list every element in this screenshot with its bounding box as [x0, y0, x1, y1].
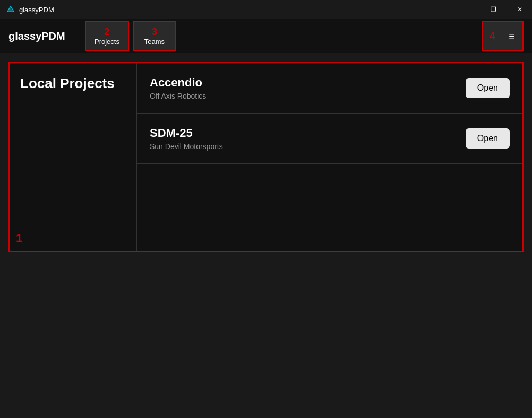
app-title: glassyPDM — [8, 30, 72, 42]
panel-number-label: 1 — [16, 231, 22, 245]
project-info-accendio: Accendio Off Axis Robotics — [150, 76, 206, 100]
project-item-accendio[interactable]: Accendio Off Axis Robotics Open — [137, 63, 522, 114]
project-item-sdm25[interactable]: SDM-25 Sun Devil Motorsports Open — [137, 114, 522, 164]
title-bar: glassyPDM — ❐ ✕ — [0, 0, 532, 19]
teams-nav-label: Teams — [144, 38, 165, 46]
teams-nav-button[interactable]: 3 Teams — [133, 21, 176, 51]
open-button-sdm25[interactable]: Open — [466, 128, 510, 149]
menu-area: 4 ≡ — [482, 21, 524, 51]
content-panel: Local Projects Accendio Off Axis Robotic… — [8, 62, 524, 252]
sidebar-title: Local Projects — [20, 75, 115, 91]
nav-bar: glassyPDM 2 Projects 3 Teams 4 ≡ — [0, 19, 532, 53]
projects-nav-number: 2 — [104, 27, 109, 37]
menu-number: 4 — [483, 22, 501, 50]
open-button-accendio[interactable]: Open — [466, 78, 510, 98]
maximize-button[interactable]: ❐ — [481, 0, 505, 19]
app-icon — [6, 5, 15, 14]
project-team-sdm25: Sun Devil Motorsports — [150, 142, 223, 151]
title-bar-left: glassyPDM — [6, 5, 54, 14]
hamburger-menu-button[interactable]: ≡ — [501, 22, 522, 50]
project-team-accendio: Off Axis Robotics — [150, 92, 206, 100]
sidebar: Local Projects — [10, 63, 137, 251]
projects-list: Accendio Off Axis Robotics Open SDM-25 S… — [137, 63, 522, 251]
teams-nav-number: 3 — [152, 27, 157, 37]
project-name-sdm25: SDM-25 — [150, 126, 223, 140]
title-bar-controls: — ❐ ✕ — [454, 0, 532, 19]
project-name-accendio: Accendio — [150, 76, 206, 90]
projects-nav-label: Projects — [95, 38, 119, 46]
projects-nav-button[interactable]: 2 Projects — [85, 21, 129, 51]
minimize-button[interactable]: — — [454, 0, 479, 19]
project-info-sdm25: SDM-25 Sun Devil Motorsports — [150, 126, 223, 151]
main-content: Local Projects Accendio Off Axis Robotic… — [0, 53, 532, 418]
title-bar-app-name: glassyPDM — [19, 6, 54, 14]
close-button[interactable]: ✕ — [508, 0, 532, 19]
